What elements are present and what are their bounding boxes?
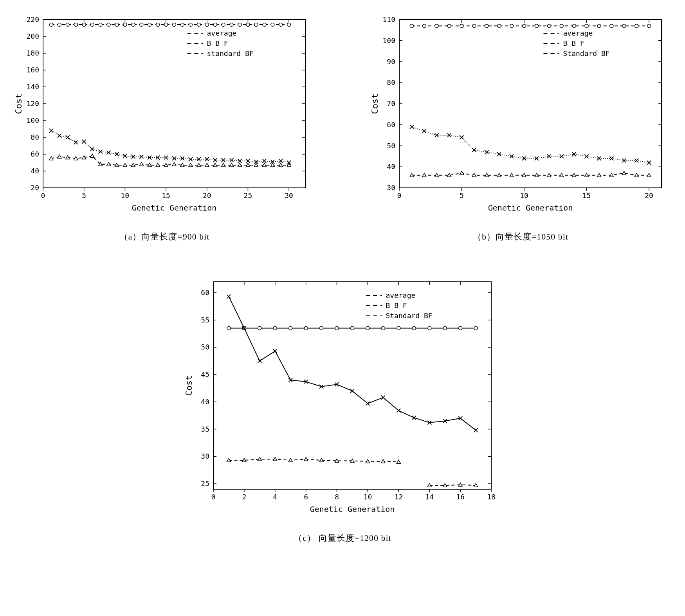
pentagon-marker-icon bbox=[180, 23, 184, 26]
x-marker-icon bbox=[258, 359, 261, 363]
pentagon-marker-icon bbox=[99, 23, 102, 26]
y-tick: 90 bbox=[387, 58, 395, 66]
pentagon-marker-icon bbox=[74, 23, 78, 26]
x-marker-icon bbox=[66, 135, 70, 139]
y-tick: 40 bbox=[201, 398, 209, 406]
x-marker-icon bbox=[412, 416, 416, 420]
chart-svg: 0246810121416182530354045505560CostGenet… bbox=[182, 274, 503, 517]
caption-c: （c） 向量长度=1200 bit bbox=[294, 532, 391, 544]
pentagon-marker-icon bbox=[148, 23, 151, 26]
x-tick: 10 bbox=[121, 191, 130, 200]
x-marker-icon bbox=[205, 157, 209, 161]
pentagon-marker-icon bbox=[304, 326, 308, 330]
pentagon-marker-icon bbox=[535, 24, 538, 28]
x-tick: 0 bbox=[211, 493, 216, 501]
triangle-marker-icon bbox=[90, 154, 94, 157]
legend: averageB B FStandard BF bbox=[366, 291, 433, 320]
y-tick: 30 bbox=[387, 184, 395, 192]
y-tick: 60 bbox=[201, 288, 209, 297]
caption-a: （a）向量长度=900 bit bbox=[119, 231, 210, 243]
y-tick: 50 bbox=[201, 343, 209, 351]
pentagon-marker-icon bbox=[498, 24, 501, 28]
pentagon-marker-icon bbox=[82, 23, 86, 26]
x-marker-icon bbox=[647, 161, 651, 165]
pentagon-marker-icon bbox=[647, 24, 651, 28]
triangle-marker-icon bbox=[460, 171, 464, 175]
y-tick: 110 bbox=[382, 15, 395, 23]
pentagon-marker-icon bbox=[597, 24, 601, 28]
x-tick: 20 bbox=[645, 191, 653, 200]
legend-label: B B F bbox=[386, 301, 407, 310]
triangle-marker-icon bbox=[58, 155, 61, 158]
pentagon-marker-icon bbox=[381, 326, 385, 330]
pentagon-marker-icon bbox=[585, 24, 588, 28]
x-marker-icon bbox=[246, 159, 250, 163]
y-tick: 100 bbox=[26, 116, 39, 124]
pentagon-marker-icon bbox=[397, 326, 400, 330]
y-tick: 160 bbox=[26, 66, 39, 74]
y-axis-label: Cost bbox=[370, 94, 380, 114]
series-B-B-F bbox=[51, 156, 289, 165]
legend-label: average bbox=[386, 291, 416, 299]
x-marker-icon bbox=[74, 140, 78, 144]
pentagon-marker-icon bbox=[197, 23, 200, 26]
x-tick: 15 bbox=[582, 191, 591, 200]
x-marker-icon bbox=[164, 156, 168, 160]
x-tick: 4 bbox=[273, 493, 277, 501]
pentagon-marker-icon bbox=[279, 23, 283, 26]
pentagon-marker-icon bbox=[459, 326, 462, 330]
chart-svg: 0510152025302040608010012014016018020022… bbox=[12, 12, 317, 215]
y-tick: 60 bbox=[31, 150, 39, 158]
x-marker-icon bbox=[422, 129, 426, 133]
pentagon-marker-icon bbox=[213, 23, 217, 26]
chart-a: 0510152025302040608010012014016018020022… bbox=[12, 12, 317, 243]
x-marker-icon bbox=[227, 295, 231, 299]
x-tick: 5 bbox=[82, 191, 86, 200]
y-tick: 40 bbox=[387, 162, 395, 171]
y-tick: 140 bbox=[26, 83, 39, 91]
pentagon-marker-icon bbox=[66, 23, 69, 26]
pentagon-marker-icon bbox=[412, 326, 416, 330]
y-tick: 40 bbox=[31, 167, 39, 175]
series-B-B-F bbox=[412, 173, 649, 175]
pentagon-marker-icon bbox=[140, 23, 143, 26]
x-marker-icon bbox=[474, 428, 478, 432]
x-marker-icon bbox=[273, 349, 277, 353]
pentagon-marker-icon bbox=[447, 24, 451, 28]
pentagon-marker-icon bbox=[58, 23, 61, 26]
caption-b: （b）向量长度=1050 bit bbox=[473, 231, 568, 243]
legend-label: B B F bbox=[207, 39, 228, 47]
x-tick: 5 bbox=[460, 191, 464, 200]
y-tick: 80 bbox=[31, 133, 39, 141]
x-tick: 6 bbox=[304, 493, 308, 501]
y-tick: 35 bbox=[201, 425, 209, 433]
x-tick: 18 bbox=[487, 493, 496, 501]
y-tick: 180 bbox=[26, 49, 39, 57]
x-marker-icon bbox=[49, 129, 53, 133]
chart-c: 0246810121416182530354045505560CostGenet… bbox=[182, 274, 503, 544]
pentagon-marker-icon bbox=[90, 23, 94, 26]
chart-b: 0510152030405060708090100110CostGenetic … bbox=[368, 12, 673, 243]
triangle-marker-icon bbox=[622, 171, 626, 175]
pentagon-marker-icon bbox=[222, 23, 225, 26]
x-marker-icon bbox=[609, 157, 613, 160]
y-tick: 25 bbox=[201, 479, 209, 488]
pentagon-marker-icon bbox=[205, 23, 209, 26]
pentagon-marker-icon bbox=[107, 23, 110, 26]
pentagon-marker-icon bbox=[123, 23, 127, 26]
pentagon-marker-icon bbox=[273, 326, 277, 330]
svg-rect-100 bbox=[399, 20, 662, 188]
x-marker-icon bbox=[410, 125, 414, 129]
pentagon-marker-icon bbox=[238, 23, 242, 26]
x-marker-icon bbox=[123, 154, 127, 158]
pentagon-marker-icon bbox=[351, 326, 354, 330]
y-tick: 50 bbox=[387, 142, 395, 150]
y-tick: 100 bbox=[382, 36, 395, 45]
x-tick: 10 bbox=[364, 493, 372, 501]
legend-label: Standard BF bbox=[563, 49, 610, 58]
pentagon-marker-icon bbox=[49, 23, 53, 26]
triangle-marker-icon bbox=[397, 460, 400, 463]
pentagon-marker-icon bbox=[320, 326, 323, 330]
pentagon-marker-icon bbox=[271, 23, 274, 26]
x-tick: 0 bbox=[41, 191, 45, 200]
